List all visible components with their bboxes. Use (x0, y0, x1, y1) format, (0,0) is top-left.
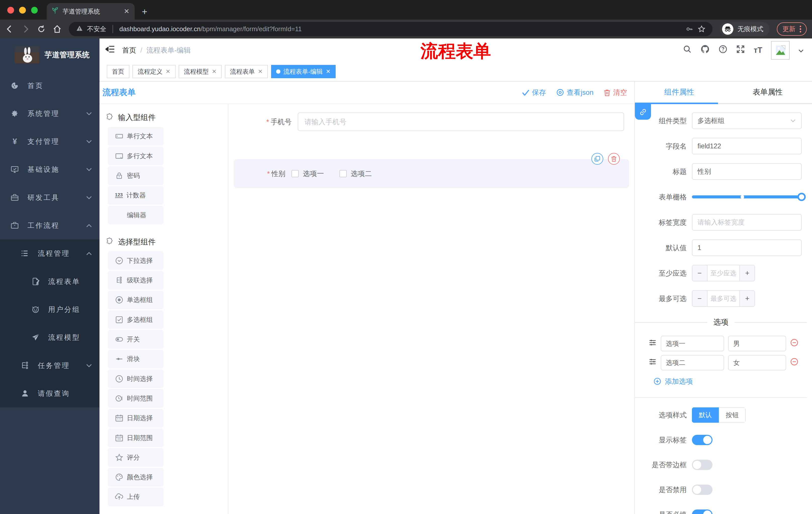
palette-item-date[interactable]: 日期选择 (108, 409, 164, 428)
browser-update-button[interactable]: 更新 (777, 22, 807, 36)
close-tag-icon[interactable]: ✕ (326, 68, 330, 75)
minus-icon[interactable]: − (692, 265, 707, 281)
tag-process-definition[interactable]: 流程定义✕ (133, 65, 175, 78)
close-tag-icon[interactable]: ✕ (212, 68, 216, 75)
sidebar-item-system[interactable]: 系统管理 (0, 100, 99, 128)
sidebar-item-workflow[interactable]: 工作流程 (0, 212, 99, 239)
canvas-field-phone[interactable]: 手机号 请输入手机号 (234, 112, 629, 131)
disabled-toggle[interactable] (692, 485, 713, 495)
required-toggle[interactable] (692, 510, 713, 514)
sidebar-item-home[interactable]: 首页 (0, 72, 99, 99)
help-icon[interactable] (719, 45, 727, 56)
title-input[interactable]: 性别 (692, 163, 802, 180)
window-controls[interactable] (7, 7, 38, 13)
close-tag-icon[interactable]: ✕ (258, 68, 263, 75)
breadcrumb-home[interactable]: 首页 (122, 46, 136, 55)
search-icon[interactable] (683, 45, 692, 56)
back-icon[interactable] (5, 25, 14, 33)
option-value-input[interactable]: 男 (728, 336, 786, 351)
plus-icon[interactable]: + (740, 291, 754, 306)
new-tab-button[interactable]: + (142, 6, 147, 20)
tag-home[interactable]: 首页 (107, 65, 129, 78)
palette-item-date-range[interactable]: 日期范围 (108, 429, 164, 447)
minimize-window-button[interactable] (19, 7, 26, 13)
field-name-input[interactable]: field122 (692, 138, 802, 154)
browser-tab[interactable]: 芋道管理系统 ✕ (47, 3, 135, 20)
component-type-select[interactable]: 多选框组 (692, 112, 802, 129)
close-tag-icon[interactable]: ✕ (166, 68, 170, 75)
option-label-input[interactable]: 选项一 (661, 336, 724, 351)
palette-item-radio[interactable]: 单选框组 (108, 291, 164, 309)
url-text[interactable]: dashboard.yudao.iocoder.cn/bpm/manager/f… (119, 25, 302, 33)
canvas-field-gender-selected[interactable]: 性别 选项一选项二 (234, 159, 629, 188)
security-label[interactable]: 不安全 (87, 25, 106, 33)
plus-icon[interactable]: + (740, 265, 754, 281)
bookmark-star-icon[interactable] (698, 25, 705, 33)
style-button-button[interactable]: 按钮 (719, 407, 746, 423)
chevron-down-icon[interactable] (799, 46, 804, 55)
palette-item-time-range[interactable]: 时间范围 (108, 389, 164, 408)
remove-option-icon[interactable] (790, 358, 799, 368)
maximize-window-button[interactable] (31, 7, 38, 13)
close-window-button[interactable] (7, 7, 14, 13)
min-select-stepper[interactable]: − 至少应选 + (692, 265, 755, 281)
phone-field-input[interactable]: 请输入手机号 (298, 112, 624, 131)
link-icon[interactable] (635, 104, 651, 120)
palette-item-slider[interactable]: 滑块 (108, 350, 164, 369)
option-value-input[interactable]: 女 (728, 355, 786, 371)
copy-component-icon[interactable] (591, 153, 603, 165)
avatar[interactable] (771, 41, 790, 60)
style-default-button[interactable]: 默认 (692, 407, 719, 423)
palette-item-lock[interactable]: 密码 (108, 166, 164, 185)
security-warning-icon[interactable] (76, 25, 83, 33)
palette-item-cascader[interactable]: 级联选择 (108, 271, 164, 290)
sidebar-item-process-form[interactable]: 流程表单 (0, 268, 99, 296)
sidebar-item-dev-tools[interactable]: 研发工具 (0, 184, 99, 212)
reload-icon[interactable] (37, 25, 46, 33)
max-select-stepper[interactable]: − 最多可选 + (692, 290, 755, 307)
forward-icon[interactable] (21, 25, 30, 33)
tag-process-form-edit[interactable]: 流程表单-编辑✕ (271, 65, 336, 78)
palette-item-switch[interactable]: 开关 (108, 330, 164, 349)
view-json-button[interactable]: 查看json (556, 88, 593, 97)
save-button[interactable]: 保存 (522, 88, 546, 97)
checkbox-icon[interactable] (340, 170, 347, 177)
delete-component-icon[interactable] (608, 153, 620, 165)
palette-item-counter[interactable]: 123计数器 (108, 186, 164, 205)
tab-component-props[interactable]: 组件属性 (635, 81, 723, 103)
clear-button[interactable]: 清空 (604, 88, 627, 97)
palette-item-editor[interactable]: 编辑器 (108, 206, 164, 224)
github-icon[interactable] (700, 45, 710, 56)
add-option-button[interactable]: 添加选项 (654, 377, 807, 386)
option-label-input[interactable]: 选项二 (661, 355, 724, 371)
drag-handle-icon[interactable] (648, 358, 657, 368)
tag-process-model[interactable]: 流程模型✕ (179, 65, 222, 78)
close-tab-icon[interactable]: ✕ (124, 7, 129, 15)
browser-menu-icon[interactable] (800, 26, 801, 32)
tab-form-props[interactable]: 表单属性 (723, 81, 812, 103)
palette-item-input[interactable]: 单行文本 (108, 127, 164, 145)
sidebar-item-leave-query[interactable]: 请假查询 (0, 379, 99, 407)
with-border-toggle[interactable] (692, 460, 713, 470)
show-label-toggle[interactable] (692, 435, 713, 445)
checkbox-icon[interactable] (291, 170, 299, 177)
label-width-input[interactable]: 请输入标签宽度 (692, 214, 802, 231)
tag-process-form[interactable]: 流程表单✕ (225, 65, 268, 78)
fullscreen-icon[interactable] (736, 45, 745, 56)
slider-handle[interactable] (798, 193, 806, 201)
gender-option-checkbox[interactable]: 选项一 (291, 169, 324, 178)
option-style-segment[interactable]: 默认 按钮 (692, 407, 746, 423)
palette-item-textarea[interactable]: 多行文本 (108, 146, 164, 165)
font-size-icon[interactable]: тT (754, 46, 762, 55)
key-icon[interactable] (686, 25, 693, 33)
palette-item-select[interactable]: 下拉选择 (108, 251, 164, 270)
sidebar-item-process-management[interactable]: 流程管理 (0, 239, 99, 267)
sidebar-item-infrastructure[interactable]: 基础设施 (0, 155, 99, 183)
gender-option-checkbox[interactable]: 选项二 (340, 169, 372, 178)
home-icon[interactable] (53, 25, 62, 33)
sidebar-item-process-model[interactable]: 流程模型 (0, 323, 99, 351)
palette-item-star[interactable]: 评分 (108, 448, 164, 467)
collapse-sidebar-icon[interactable] (106, 45, 115, 55)
sidebar-item-user-group[interactable]: 用户分组 (0, 296, 99, 323)
palette-item-time[interactable]: 时间选择 (108, 370, 164, 388)
